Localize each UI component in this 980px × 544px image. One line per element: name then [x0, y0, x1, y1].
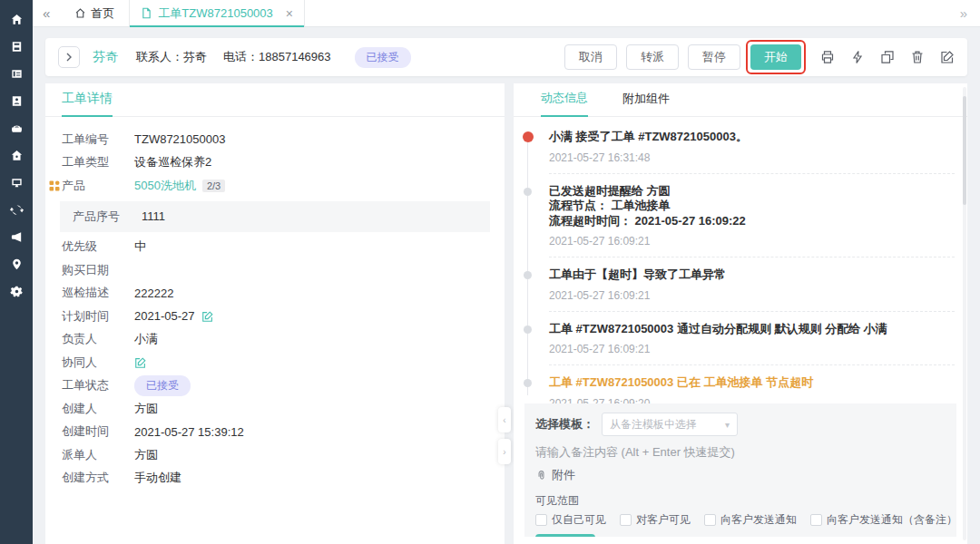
product-bag-icon[interactable]	[9, 121, 24, 135]
workorder-icon[interactable]	[9, 39, 24, 53]
tab-workorder[interactable]: 工单TZW8721050003 ×	[129, 0, 305, 26]
field-value: 2021-05-27 15:39:12	[134, 425, 244, 439]
field-row-product: 产品 5050洗地机 2/3	[45, 174, 505, 198]
activity-panel: 动态信息 附加组件 小满 接受了工单 #TZW8721050003。 2021-…	[514, 83, 967, 544]
checkbox-notify-customer-with-note[interactable]: 向客户发送通知（含备注）	[810, 512, 956, 528]
timeline-separator	[549, 257, 955, 257]
checkbox-self-only[interactable]: 仅自己可见	[535, 512, 606, 528]
tab-overflow-icon[interactable]: »	[947, 5, 980, 21]
home-tab-icon	[74, 7, 86, 19]
product-link[interactable]: 5050洗地机	[134, 178, 196, 194]
timeline-entry: 已发送超时提醒给 方圆 流程节点： 工单池接单 流程超时时间： 2021-05-…	[514, 184, 955, 258]
timeline-time: 2021-05-27 16:09:21	[549, 289, 955, 302]
attachment-button[interactable]: 附件	[535, 467, 946, 483]
panel-collapse-right-handle[interactable]: ›	[498, 439, 511, 464]
transfer-button[interactable]: 转派	[626, 44, 679, 70]
field-value: 方圆	[134, 447, 158, 463]
tab-detail[interactable]: 工单详情	[62, 91, 113, 117]
timeline-separator	[549, 173, 955, 174]
timeline-dot	[524, 188, 532, 196]
panel-collapse-left-handle[interactable]: ‹	[498, 407, 511, 432]
sidebar-collapse-icon[interactable]: «	[33, 5, 60, 21]
field-row-creator: 创建人 方圆	[45, 397, 505, 421]
timeline-entry: 工单 #TZW8721050003 通过自动分配规则 默认规则 分配给 小满 2…	[514, 322, 955, 366]
tab-home[interactable]: 首页	[60, 0, 129, 26]
print-icon[interactable]	[820, 50, 835, 64]
field-value: 1111	[142, 209, 165, 223]
copy-icon[interactable]	[880, 50, 895, 64]
visibility-label: 可见范围	[535, 493, 946, 509]
field-row-collaborator: 协同人	[45, 351, 505, 374]
tab-bar: « 首页 工单TZW8721050003 × »	[33, 0, 980, 27]
tab-workorder-label: 工单TZW8721050003	[158, 5, 272, 22]
timeline-text: 已发送超时提醒给 方圆	[549, 184, 955, 199]
start-button[interactable]: 开始	[750, 44, 801, 70]
scrollbar-thumb[interactable]	[963, 96, 966, 205]
field-label: 计划时间	[62, 308, 118, 325]
dispatch-icon[interactable]	[9, 202, 24, 217]
field-label: 工单编号	[62, 131, 118, 148]
detail-panel-header: 工单详情	[45, 83, 505, 117]
home-icon[interactable]	[9, 12, 24, 26]
field-row-purchase-date: 购买日期	[45, 258, 505, 282]
status-badge: 已接受	[355, 47, 411, 68]
field-value: 小满	[134, 331, 158, 347]
timeline-text: 流程节点： 工单池接单	[549, 199, 955, 214]
field-row-order-no: 工单编号 TZW8721050003	[45, 128, 505, 151]
timeline-dot	[524, 325, 532, 334]
settings-gear-icon[interactable]	[9, 284, 24, 298]
checkbox-customer-visible[interactable]: 对客户可见	[620, 512, 691, 528]
field-label: 创建时间	[62, 423, 118, 440]
pause-button[interactable]: 暂停	[688, 44, 740, 70]
checkbox-icon	[704, 514, 716, 526]
activity-tabs: 动态信息 附加组件	[514, 83, 967, 117]
field-label: 产品序号	[73, 209, 129, 225]
timeline-dot	[524, 271, 532, 279]
timeline-entry: 工单由于【超时】导致了工单异常 2021-05-27 16:09:21	[514, 267, 955, 312]
delete-trash-icon[interactable]	[910, 50, 925, 64]
tab-addon-components[interactable]: 附加组件	[622, 91, 670, 116]
chevron-down-icon: ▾	[725, 420, 730, 430]
timeline-dot	[524, 379, 532, 387]
field-value: 2021-05-27	[134, 309, 195, 323]
edit-plan-time-icon[interactable]	[201, 310, 214, 323]
tab-activity-info[interactable]: 动态信息	[541, 90, 588, 117]
app-sidebar	[0, 0, 33, 544]
field-label: 优先级	[62, 238, 118, 255]
field-label: 工单状态	[62, 377, 118, 393]
edit-icon[interactable]	[940, 50, 955, 64]
send-button[interactable]: 发送	[535, 534, 595, 537]
timeline-separator	[549, 364, 955, 365]
contact-icon[interactable]	[9, 93, 24, 108]
field-value: TZW8721050003	[134, 132, 225, 146]
service-home-icon[interactable]	[9, 148, 24, 162]
attachment-label: 附件	[552, 467, 575, 483]
expand-detail-button[interactable]	[58, 46, 80, 68]
timeline-time: 2021-05-27 16:09:21	[549, 343, 955, 355]
field-row-inspect-desc: 巡检描述 222222	[45, 282, 505, 306]
note-input[interactable]: 请输入备注内容 (Alt + Enter 快速提交)	[535, 444, 946, 461]
timeline-dot-red	[523, 131, 534, 142]
field-label: 购买日期	[62, 262, 118, 278]
contact-phone: 电话：18857146963	[223, 49, 331, 65]
template-select[interactable]: 从备注模板中选择 ▾	[602, 413, 738, 436]
field-label: 工单类型	[62, 154, 118, 170]
field-row-assignee: 负责人 小满	[45, 328, 505, 352]
cancel-button[interactable]: 取消	[564, 44, 617, 70]
checkbox-icon	[535, 514, 547, 526]
card-list-icon[interactable]	[9, 66, 24, 81]
field-row-plan-time: 计划时间 2021-05-27	[45, 305, 505, 328]
monitor-icon[interactable]	[9, 175, 24, 189]
announcement-icon[interactable]	[9, 229, 24, 244]
flash-icon[interactable]	[850, 50, 865, 64]
location-pin-icon[interactable]	[9, 257, 24, 271]
customer-name-link[interactable]: 芬奇	[93, 49, 118, 65]
tab-close-icon[interactable]: ×	[286, 7, 293, 20]
checkbox-icon	[620, 514, 632, 526]
field-row-status: 工单状态 已接受	[45, 374, 505, 398]
edit-collaborator-icon[interactable]	[134, 356, 147, 369]
detail-fields: 工单编号 TZW8721050003 工单类型 设备巡检保养2 产品 5050洗…	[45, 117, 505, 490]
timeline-text: 工单由于【超时】导致了工单异常	[549, 267, 955, 283]
checkbox-notify-customer[interactable]: 向客户发送通知	[704, 512, 797, 528]
timeline-time: 2021-05-27 16:31:48	[549, 151, 955, 164]
